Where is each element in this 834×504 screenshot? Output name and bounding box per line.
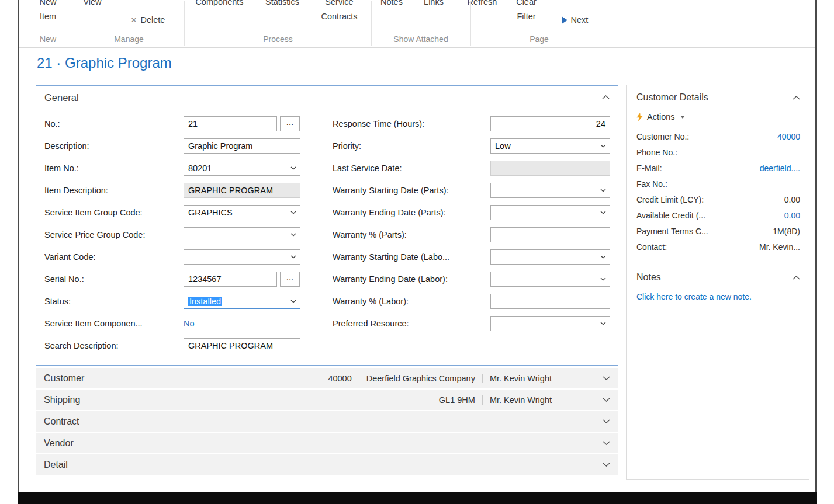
field-row: Variant Code: <box>44 246 300 268</box>
warranty-starting-date-parts-label: Warranty Starting Date (Parts): <box>333 186 490 195</box>
warranty-percent-parts-label: Warranty % (Parts): <box>333 230 490 239</box>
preferred-resource-label: Preferred Resource: <box>333 319 490 328</box>
field-row: Warranty % (Parts): <box>333 224 610 246</box>
service-price-group-code-field[interactable] <box>184 227 300 242</box>
status-field[interactable]: Installed <box>184 294 300 309</box>
ribbon-group-page: Page <box>470 33 608 46</box>
field-row: No.: 21 ... <box>44 113 300 135</box>
priority-field[interactable]: Low <box>490 138 610 154</box>
service-item-components-label: Service Item Componen... <box>44 319 184 328</box>
warranty-starting-date-labor-label: Warranty Starting Date (Labo... <box>333 252 490 262</box>
window-bottom-edge <box>18 492 817 504</box>
field-row: Service Item Group Code: GRAPHICS <box>44 201 300 224</box>
chevron-up-icon[interactable] <box>602 95 610 99</box>
ribbon-button-delete[interactable]: ✕ Delete <box>119 13 177 27</box>
warranty-percent-parts-field[interactable] <box>490 227 610 242</box>
ribbon-button-view[interactable]: View <box>75 0 110 9</box>
phone-no-label: Phone No.: <box>636 148 677 157</box>
ribbon-group-show-attached: Show Attached <box>371 33 470 46</box>
combo-arrow-icon <box>600 144 606 148</box>
customer-details-title[interactable]: Customer Details <box>636 92 708 103</box>
combo-arrow-icon <box>600 255 606 259</box>
warranty-percent-labor-field[interactable] <box>490 294 610 309</box>
chevron-down-icon[interactable] <box>603 376 610 380</box>
fasttab-general-header[interactable]: General <box>44 92 79 103</box>
field-row: Status: Installed <box>44 290 300 312</box>
available-credit-value[interactable]: 0.00 <box>784 211 800 220</box>
chevron-up-icon[interactable] <box>793 276 800 280</box>
fasttab-label: Detail <box>44 460 68 470</box>
actions-menu-button[interactable]: Actions <box>636 112 800 121</box>
field-row: Service Item Componen... No <box>44 312 300 335</box>
detail-row: E-Mail: deerfield.... <box>636 160 800 176</box>
payment-terms-label: Payment Terms C... <box>636 227 708 236</box>
service-item-components-value[interactable]: No <box>184 319 195 328</box>
preferred-resource-field[interactable] <box>490 316 610 331</box>
search-description-field[interactable]: GRAPHIC PROGRAM <box>184 338 300 353</box>
fasttab-detail[interactable]: Detail <box>36 454 618 475</box>
ribbon-button-clear-filter[interactable]: Clear Filter <box>504 0 548 24</box>
assist-edit-button[interactable]: ... <box>280 116 300 131</box>
serial-no-label: Serial No.: <box>44 274 184 284</box>
no-field[interactable]: 21 <box>184 116 277 131</box>
field-row: Search Description: GRAPHIC PROGRAM <box>44 335 300 357</box>
ribbon-button-statistics[interactable]: Statistics <box>253 0 312 9</box>
field-row: Item Description: GRAPHIC PROGRAM <box>44 179 300 201</box>
ribbon-button-links[interactable]: Links <box>413 0 454 9</box>
item-no-field[interactable]: 80201 <box>184 161 300 176</box>
warranty-ending-date-parts-field[interactable] <box>490 205 610 220</box>
fasttab-label: Contract <box>44 416 79 427</box>
field-row: Description: Graphic Program <box>44 135 300 157</box>
service-item-group-code-field[interactable]: GRAPHICS <box>184 205 300 220</box>
chevron-up-icon[interactable] <box>793 96 800 100</box>
ribbon-button-service-contracts[interactable]: Service Contracts <box>309 0 370 24</box>
chevron-down-icon[interactable] <box>603 398 610 402</box>
variant-code-field[interactable] <box>184 249 300 265</box>
create-note-link[interactable]: Click here to create a new note. <box>636 292 800 301</box>
ribbon-button-refresh[interactable]: Refresh <box>459 0 506 9</box>
warranty-starting-date-labor-field[interactable] <box>490 249 610 265</box>
field-row: Last Service Date: <box>333 157 610 179</box>
detail-row: Payment Terms C... 1M(8D) <box>636 223 800 239</box>
ribbon: New Item View ✕ Delete Components Statis… <box>19 0 815 48</box>
field-row: Warranty Starting Date (Parts): <box>333 179 610 201</box>
email-value[interactable]: deerfield.... <box>760 164 800 173</box>
lightning-bolt-icon <box>636 113 643 121</box>
chevron-down-icon[interactable] <box>603 463 610 467</box>
customer-no-label: Customer No.: <box>636 132 689 141</box>
ribbon-button-new-item[interactable]: New Item <box>27 0 68 24</box>
ribbon-group-new: New <box>27 33 68 46</box>
combo-arrow-icon <box>290 211 296 214</box>
field-row: Warranty % (Labor): <box>333 290 610 312</box>
serial-no-field[interactable]: 1234567 <box>184 272 277 287</box>
warranty-ending-date-labor-label: Warranty Ending Date (Labor): <box>333 274 490 284</box>
ribbon-group-divider <box>184 1 185 46</box>
warranty-starting-date-parts-field[interactable] <box>490 183 610 198</box>
ribbon-button-notes[interactable]: Notes <box>371 0 412 9</box>
chevron-down-icon[interactable] <box>603 441 610 445</box>
status-label: Status: <box>44 297 184 306</box>
field-row: Warranty Ending Date (Labor): <box>333 268 610 290</box>
chevron-down-icon[interactable] <box>603 419 610 423</box>
assist-edit-button[interactable]: ... <box>280 272 300 287</box>
variant-code-label: Variant Code: <box>44 252 184 262</box>
warranty-percent-labor-label: Warranty % (Labor): <box>333 297 490 306</box>
notes-title[interactable]: Notes <box>636 272 661 283</box>
contact-value: Mr. Kevin... <box>759 242 800 252</box>
detail-row: Fax No.: <box>636 176 800 192</box>
customer-no-value[interactable]: 40000 <box>777 132 800 141</box>
payment-terms-value: 1M(8D) <box>773 227 800 236</box>
fasttab-summary: GL1 9HM Mr. Kevin Wright <box>439 395 566 405</box>
response-time-field[interactable]: 24 <box>490 116 610 131</box>
ribbon-button-components[interactable]: Components <box>186 0 253 9</box>
description-field[interactable]: Graphic Program <box>184 138 300 154</box>
fasttab-shipping[interactable]: Shipping GL1 9HM Mr. Kevin Wright <box>36 390 618 410</box>
fasttab-label: Vendor <box>44 438 74 449</box>
service-item-group-code-label: Service Item Group Code: <box>44 208 184 217</box>
fasttab-vendor[interactable]: Vendor <box>36 433 618 453</box>
description-label: Description: <box>44 141 184 151</box>
fasttab-contract[interactable]: Contract <box>36 411 618 432</box>
warranty-ending-date-labor-field[interactable] <box>490 272 610 287</box>
ribbon-button-next[interactable]: Next <box>548 13 601 27</box>
fasttab-customer[interactable]: Customer 40000 Deerfield Graphics Compan… <box>36 368 618 388</box>
